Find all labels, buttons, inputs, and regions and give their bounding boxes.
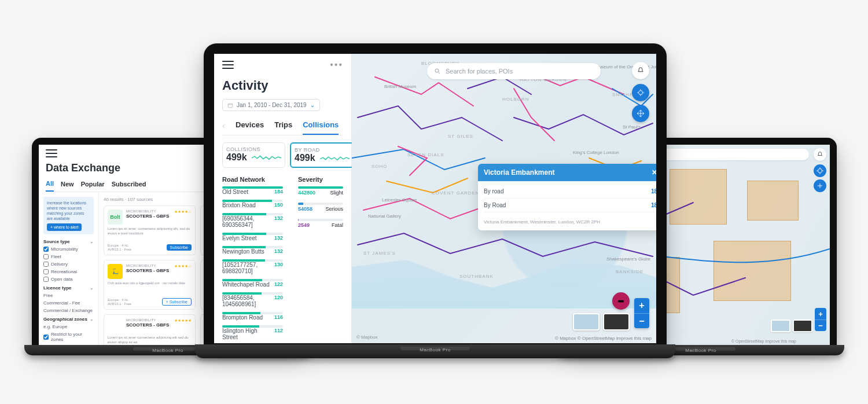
plus-icon xyxy=(816,182,824,190)
road-network-item[interactable]: Islington High Street112 xyxy=(222,325,283,340)
map-attribution: © OpenStreetMap Improve this map xyxy=(731,339,796,343)
district-bankside: BANKSIDE xyxy=(616,269,643,274)
road-network-item[interactable]: Newington Butts132 xyxy=(222,246,283,255)
source-card[interactable]: MICROMOBILITY SCOOTERS - GBFS ★★★★★ Lore… xyxy=(104,314,196,345)
stat-value: 499k xyxy=(295,153,315,163)
district-stgiles: ST GILES xyxy=(448,134,473,139)
basemap-dark[interactable] xyxy=(603,313,630,330)
move-icon xyxy=(637,109,645,117)
district-southbank: SOUTHBANK xyxy=(459,274,494,279)
tab-popular[interactable]: Popular xyxy=(81,181,105,191)
card-logo: 🛴 xyxy=(108,264,123,279)
notice-box: Increase the locations where new sources… xyxy=(43,197,94,234)
road-network-col: Road Network Old Street184Brixton Road15… xyxy=(222,176,283,343)
macbook-label: MacBook Pro xyxy=(685,348,716,353)
stat-collisions[interactable]: COLLISIONS 499k xyxy=(222,142,285,168)
map-canvas[interactable]: BLOOMSBURY HATTON GARDEN HOLBORN SMITHFI… xyxy=(352,54,656,343)
svg-rect-2 xyxy=(228,104,233,108)
source-card[interactable]: 🛴 MICROMOBILITY SCOOTERS - GBFS ★★★★☆ Os… xyxy=(104,260,196,310)
filter-micromobility[interactable]: Micromobility xyxy=(43,247,94,252)
road-network-item[interactable]: [834656584, 1045608961]120 xyxy=(222,292,283,307)
severity-col: Severity 442800Slight54058Serious2549Fat… xyxy=(298,176,343,343)
subscribe-button[interactable]: + Subscribe xyxy=(162,298,192,306)
road-network-item[interactable]: Old Street184 xyxy=(222,186,283,195)
svg-point-3 xyxy=(435,69,439,72)
search-placeholder: Search for places, POIs xyxy=(446,68,513,75)
tab-prev-button[interactable]: ‹ xyxy=(222,120,225,135)
tab-all[interactable]: All xyxy=(46,180,54,192)
road-network-item[interactable]: Brixton Road150 xyxy=(222,200,283,208)
filter-section-licence[interactable]: Licence type xyxy=(43,285,94,291)
svg-point-4 xyxy=(639,91,643,95)
tab-trips[interactable]: Trips xyxy=(274,120,292,135)
date-range-text: Jan 1, 2010 - Dec 31, 2019 xyxy=(237,102,307,108)
source-card[interactable]: Bolt MICROMOBILITY SCOOTERS - GBFS ★★★★☆… xyxy=(104,205,196,255)
add-button[interactable] xyxy=(814,179,826,192)
zoom-out-button[interactable]: − xyxy=(634,313,649,328)
stat-by-road[interactable]: BY ROAD 499k xyxy=(290,142,354,168)
filter-delivery[interactable]: Delivery xyxy=(43,262,94,267)
tab-collisions[interactable]: Collisions xyxy=(303,120,339,135)
tab-subscribed[interactable]: Subscribed xyxy=(112,181,146,191)
filter-fleet[interactable]: Fleet xyxy=(43,254,94,259)
basemap-dark[interactable] xyxy=(793,319,812,332)
geo-restrict[interactable]: Restrict to your zones xyxy=(43,332,94,342)
basemap-light[interactable] xyxy=(573,313,599,330)
tab-new[interactable]: New xyxy=(61,181,74,191)
locate-button[interactable] xyxy=(632,84,649,101)
poi-british-museum: British Museum xyxy=(384,84,416,89)
date-range-picker[interactable]: Jan 1, 2010 - Dec 31, 2019 ⌄ xyxy=(222,99,320,111)
activity-panel: ••• Activity Jan 1, 2010 - Dec 31, 2019 … xyxy=(214,54,352,343)
popup-title: Victoria Embankment xyxy=(484,168,554,177)
measure-button[interactable] xyxy=(612,292,630,310)
map-popup: Victoria Embankment ✕ By road18By Road18… xyxy=(478,164,656,230)
district-covent: COVENT GARDEN xyxy=(432,190,480,196)
subscribe-button[interactable]: Subscribe xyxy=(167,244,192,251)
mapbox-badge: © Mapbox xyxy=(356,335,378,340)
filter-section-geo[interactable]: Geographical zones xyxy=(43,317,94,322)
search-input[interactable]: Search for places, POIs xyxy=(427,63,601,79)
rating-stars: ★★★★☆ xyxy=(174,264,192,279)
zoom-in-button[interactable]: + xyxy=(634,298,649,313)
poi-globe: Shakespeare's Globe xyxy=(606,256,650,262)
basemap-thumbnails xyxy=(573,313,630,330)
notice-button[interactable]: + where to alert xyxy=(47,223,82,231)
road-network-item[interactable]: Evelyn Street132 xyxy=(222,233,283,241)
menu-icon[interactable] xyxy=(46,149,57,157)
crosshair-icon xyxy=(637,89,645,97)
popup-close-button[interactable]: ✕ xyxy=(652,168,656,177)
map-attribution: © Mapbox © OpenStreetMap Improve this ma… xyxy=(555,336,652,341)
poi-national-gallery: National Gallery xyxy=(368,214,401,219)
zoom-in-button[interactable]: + xyxy=(815,308,826,319)
macbook-label: MacBook Pro xyxy=(420,347,451,352)
road-network-item[interactable]: Whitechapel Road122 xyxy=(222,279,283,288)
rating-stars: ★★★★★ xyxy=(174,318,192,333)
poi-kcl: King's College London xyxy=(573,150,619,155)
macbook-label: MacBook Pro xyxy=(152,348,183,353)
road-network-item[interactable]: Brompton Road116 xyxy=(222,312,283,321)
zoom-out-button[interactable]: − xyxy=(815,319,826,331)
svg-rect-5 xyxy=(618,300,623,303)
basemap-light[interactable] xyxy=(771,319,790,332)
more-options-button[interactable]: ••• xyxy=(330,60,343,70)
notifications-button[interactable] xyxy=(632,62,649,79)
sparkline xyxy=(320,155,350,161)
filter-opendata[interactable]: Open data xyxy=(43,277,94,282)
tab-devices[interactable]: Devices xyxy=(236,120,264,135)
card-logo: Bolt xyxy=(108,210,123,225)
filters-sidebar: Increase the locations where new sources… xyxy=(39,192,99,345)
pan-button[interactable] xyxy=(632,105,649,122)
road-network-item[interactable]: [1052177257, 698820710]130 xyxy=(222,259,283,274)
locate-button[interactable] xyxy=(814,164,826,177)
filter-recreational[interactable]: Recreational xyxy=(43,269,94,274)
page-title: Activity xyxy=(222,78,343,93)
road-network-item[interactable]: [690356344, 690356347]132 xyxy=(222,213,283,228)
rating-stars: ★★★★☆ xyxy=(174,210,192,225)
filter-section-source-type[interactable]: Source type xyxy=(43,239,94,244)
chevron-down-icon: ⌄ xyxy=(310,102,315,108)
stat-value: 499k xyxy=(226,152,247,163)
menu-icon[interactable] xyxy=(222,61,234,69)
bell-icon xyxy=(816,151,823,158)
geo-placeholder: e.g. Europe xyxy=(43,324,94,329)
notifications-button[interactable] xyxy=(814,148,826,161)
